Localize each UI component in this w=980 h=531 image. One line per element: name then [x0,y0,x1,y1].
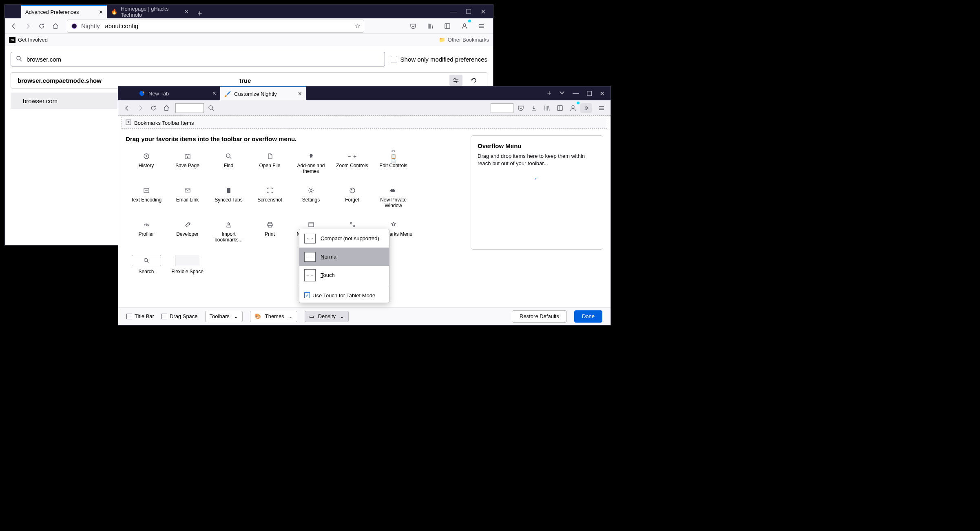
restore-defaults-button[interactable]: Restore Defaults [512,310,567,323]
density-compact[interactable]: ←→ Compact (not supported) [299,229,389,248]
item-save-page[interactable]: Save Page [167,150,208,181]
back-button[interactable] [122,102,133,114]
pref-suggestion-row[interactable]: browser.com [11,93,119,109]
item-text-encoding[interactable]: abText Encoding [126,184,167,215]
density-dropdown[interactable]: ▭Density⌄ [305,311,349,322]
library-icon[interactable] [541,102,553,114]
file-icon [266,152,274,160]
item-zoom[interactable]: − +Zoom Controls [332,150,373,181]
minimize-icon[interactable]: — [450,8,457,15]
bookmark-star-icon[interactable]: ☆ [355,22,361,30]
done-button[interactable]: Done [574,310,602,323]
item-grid: History Save Page Find Open File Add-ons… [126,150,462,283]
close-icon[interactable]: ✕ [600,90,605,97]
close-icon[interactable]: × [185,8,188,15]
new-tab-button[interactable]: + [192,9,207,18]
titlebar-checkbox[interactable]: Title Bar [126,313,154,319]
menu-icon[interactable] [596,102,607,114]
density-touch-tablet-checkbox[interactable]: ✓ Use Touch for Tablet Mode [299,288,389,303]
toolbars-dropdown[interactable]: Toolbars⌄ [205,311,243,322]
library-icon[interactable] [425,20,436,32]
tab-advanced-preferences[interactable]: Advanced Preferences × [21,5,107,18]
themes-dropdown[interactable]: 🎨Themes⌄ [250,311,297,322]
item-email-link[interactable]: Email Link [167,184,208,215]
home-button[interactable] [50,20,61,32]
pref-value: true [239,77,251,84]
bookmark-get-involved[interactable]: m Get Involved [9,37,48,43]
history-icon [142,152,150,160]
bookmarks-toolbar[interactable]: Bookmarks Toolbar Items [122,117,607,129]
forward-button[interactable] [22,20,33,32]
density-normal[interactable]: ← → Normal [299,248,389,266]
search-icon[interactable] [206,102,217,114]
pocket-icon[interactable] [407,20,419,32]
show-modified-checkbox[interactable]: Show only modified preferences [391,56,487,63]
dragspace-checkbox[interactable]: Drag Space [161,313,198,319]
reload-button[interactable] [36,20,47,32]
titlebar: New Tab × 🖌️ Customize Nightly × + — ☐ ✕ [118,86,611,100]
density-touch[interactable]: ← → Touch [299,266,389,284]
close-icon[interactable]: × [298,90,302,97]
tab-ghacks[interactable]: 🔥 Homepage | gHacks Technolo × [107,5,192,18]
svg-rect-26 [309,223,314,227]
bookmarks-icon [125,119,132,127]
item-profiler[interactable]: Profiler [126,218,167,249]
item-synced-tabs[interactable]: Synced Tabs [208,184,249,215]
sidebar-icon[interactable] [554,102,566,114]
new-tab-button[interactable]: + [547,89,551,98]
nightly-icon [71,22,78,30]
item-addons[interactable]: Add-ons and themes [290,150,332,181]
account-icon[interactable] [459,20,470,32]
item-print[interactable]: Print [249,218,290,249]
search-icon [225,152,233,160]
maximize-icon[interactable]: ☐ [466,8,471,15]
tab-strip: Advanced Preferences × 🔥 Homepage | gHac… [21,5,192,18]
toggle-button[interactable] [449,75,462,86]
star-icon [389,221,398,229]
home-button[interactable] [161,102,172,114]
close-icon[interactable]: ✕ [480,8,486,15]
minimize-icon[interactable]: — [573,90,579,97]
pocket-icon[interactable] [515,102,527,114]
menu-icon[interactable] [476,20,487,32]
url-bar-placeholder[interactable] [175,103,204,113]
back-button[interactable] [8,20,20,32]
item-find[interactable]: Find [208,150,249,181]
maximize-icon[interactable]: ☐ [586,90,592,97]
item-developer[interactable]: Developer [167,218,208,249]
item-import-bookmarks[interactable]: Import bookmarks... [208,218,249,249]
tab-new-tab[interactable]: New Tab × [135,86,220,100]
item-history[interactable]: History [126,150,167,181]
item-flexible-space[interactable]: Flexible Space [167,252,208,283]
reload-button[interactable] [148,102,159,114]
checkbox-icon [391,56,397,62]
overflow-button[interactable] [580,103,592,113]
folder-icon: 📁 [439,37,445,43]
reset-button[interactable] [467,75,480,86]
item-settings[interactable]: Settings [290,184,332,215]
all-tabs-icon[interactable] [559,89,565,97]
forward-button[interactable] [135,102,146,114]
item-private-window[interactable]: New Private Window [373,184,414,215]
flexible-space-placeholder[interactable] [491,103,513,113]
account-icon[interactable] [567,102,579,114]
pref-name: browser.compactmode.show [18,77,102,84]
url-bar[interactable]: Nightly about:config ☆ [67,20,364,33]
checkbox-label: Show only modified preferences [400,56,487,63]
other-bookmarks[interactable]: 📁 Other Bookmarks [439,37,489,43]
item-forget[interactable]: Forget [332,184,373,215]
svg-point-32 [535,179,536,180]
firefox-icon [139,90,145,97]
overflow-title: Overflow Menu [478,142,596,149]
item-search[interactable]: Search [126,252,167,283]
close-icon[interactable]: × [212,90,216,97]
downloads-icon[interactable] [528,102,540,114]
pref-search-input[interactable]: browser.com [11,52,385,66]
sidebar-icon[interactable] [442,20,453,32]
close-icon[interactable]: × [99,9,103,16]
tab-customize[interactable]: 🖌️ Customize Nightly × [220,86,306,100]
item-open-file[interactable]: Open File [249,150,290,181]
item-screenshot[interactable]: Screenshot [249,184,290,215]
forget-icon [348,186,356,195]
item-edit[interactable]: ✂📋📄Edit Controls [373,150,414,181]
